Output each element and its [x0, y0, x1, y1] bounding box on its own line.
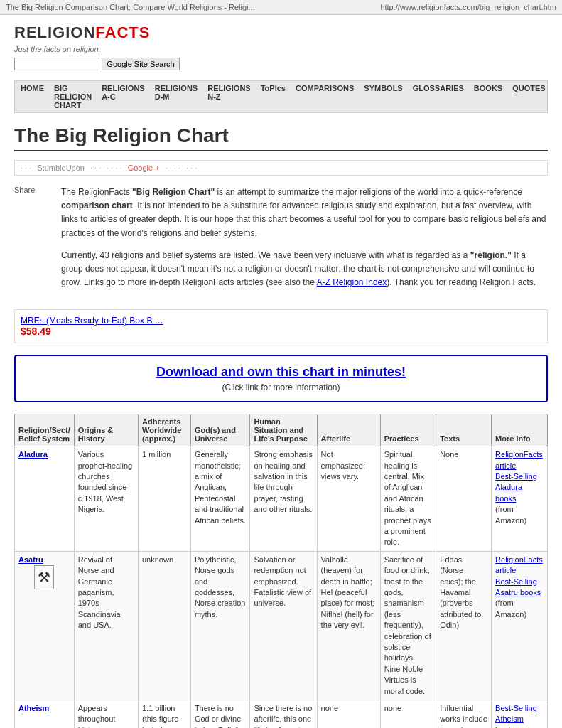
religion-chart-table: Religion/Sect/Belief System Origins &His… — [14, 414, 548, 728]
sidebar-share: Share — [14, 186, 50, 298]
aladura-practices: Spiritual healing is central. Mix of Ang… — [380, 446, 436, 552]
asatru-adherents: unknown — [139, 551, 191, 700]
asatru-books[interactable]: Best-Selling Asatru books — [495, 577, 541, 596]
aladura-more-info: ReligionFacts article Best-Selling Aladu… — [492, 446, 548, 552]
asatru-afterlife: Valhalla (heaven) for death in battle; H… — [317, 551, 380, 700]
logo-area: RELIGIONFACTS — [14, 23, 548, 42]
page-title: The Big Religion Chart — [14, 124, 548, 151]
asatru-gods: Polytheistic, Norse gods and goddesses, … — [190, 551, 250, 700]
asatru-rf-article[interactable]: ReligionFacts article — [495, 555, 543, 574]
intro-paragraph2: Currently, 43 religions and belief syste… — [61, 249, 548, 290]
share-dots4: · · · · — [166, 164, 180, 172]
main-nav: HOME BIG RELIGION CHART RELIGIONS A-C RE… — [14, 80, 548, 113]
az-religion-index-link[interactable]: A-Z Religion Index — [317, 277, 387, 287]
col-header-gods: God(s) andUniverse — [190, 414, 250, 446]
stumbleupon-button[interactable]: StumbleUpon — [37, 164, 85, 172]
atheism-books[interactable]: Best-Selling Atheism books — [495, 704, 537, 728]
intro-paragraph1: The ReligionFacts "Big Religion Chart" i… — [61, 186, 548, 240]
aladura-rf-article[interactable]: ReligionFacts article — [495, 450, 543, 469]
search-input[interactable] — [14, 58, 99, 70]
table-row: Aladura Various prophet-healing churches… — [15, 446, 548, 552]
asatru-texts: Eddas (Norse epics); the Havamal (prover… — [436, 551, 492, 700]
aladura-gods: Generally monotheistic; a mix of Anglica… — [190, 446, 250, 552]
atheism-afterlife: none — [317, 700, 380, 728]
aladura-books[interactable]: Best-Selling Aladura books — [495, 472, 537, 503]
asatru-more-info: ReligionFacts article Best-Selling Asatr… — [492, 551, 548, 700]
google-plus-button[interactable]: Google + — [128, 164, 160, 172]
atheism-link[interactable]: Atheism — [18, 704, 49, 712]
religion-name-atheism: Atheism — [15, 700, 75, 728]
nav-comparisons[interactable]: COMPARISONS — [296, 84, 354, 109]
search-box-area: Google Site Search — [14, 58, 548, 70]
browser-title: The Big Religion Comparison Chart: Compa… — [6, 3, 281, 11]
ad-box: MREs (Meals Ready-to-Eat) Box B … $58.49 — [14, 309, 548, 343]
col-header-texts: Texts — [436, 414, 492, 446]
tagline: Just the facts on religion. — [14, 45, 548, 53]
site-logo: RELIGIONFACTS — [14, 23, 150, 41]
aladura-adherents: 1 million — [139, 446, 191, 552]
social-share-row: · · · StumbleUpon · · · · · · · Google +… — [14, 160, 548, 176]
nav-religions-nz[interactable]: RELIGIONS N-Z — [207, 84, 251, 109]
share-dots3: · · · · — [107, 164, 121, 172]
asatru-amazon: (from Amazon) — [495, 599, 526, 618]
religion-name-asatru: Asatru ⚒ — [15, 551, 75, 700]
ad-price: $58.49 — [21, 326, 51, 337]
asatru-origins: Revival of Norse and Germanic paganism, … — [74, 551, 138, 700]
nav-books[interactable]: BOOKS — [474, 84, 502, 109]
aladura-texts: None — [436, 446, 492, 552]
col-header-afterlife: Afterlife — [317, 414, 380, 446]
aladura-origins: Various prophet-healing churches founded… — [74, 446, 138, 552]
share-dots5: · · · — [186, 164, 197, 172]
atheism-origins: Appears throughout history (including an… — [74, 700, 138, 728]
asatru-icon: ⚒ — [18, 565, 70, 589]
nav-topics[interactable]: ToPIcs — [261, 84, 286, 109]
table-row: Atheism Appears throughout history (incl… — [15, 700, 548, 728]
asatru-link[interactable]: Asatru — [18, 555, 43, 564]
table-row: Asatru ⚒ Revival of Norse and Germanic p… — [15, 551, 548, 700]
col-header-religion: Religion/Sect/Belief System — [15, 414, 75, 446]
share-dots: · · · — [21, 164, 31, 172]
download-banner: Download and own this chart in minutes! … — [14, 355, 548, 402]
aladura-link[interactable]: Aladura — [18, 450, 48, 459]
nav-home[interactable]: HOME — [21, 84, 44, 109]
nav-religions-dm[interactable]: RELIGIONS D-M — [155, 84, 198, 109]
atheism-more-info: Best-Selling Atheism books (from Amazon) — [492, 700, 548, 728]
logo-facts: FACTS — [95, 23, 150, 41]
religion-name-aladura: Aladura — [15, 446, 75, 552]
aladura-human: Strong emphasis on healing and salvation… — [250, 446, 317, 552]
atheism-texts: Influential works include those by Marx,… — [436, 700, 492, 728]
atheism-practices: none — [380, 700, 436, 728]
browser-chrome: The Big Religion Comparison Chart: Compa… — [0, 0, 562, 15]
ad-title-link[interactable]: MREs (Meals Ready-to-Eat) Box B … — [21, 316, 163, 326]
col-header-practices: Practices — [380, 414, 436, 446]
atheism-adherents: 1.1 billion (this figure includes agnost… — [139, 700, 191, 728]
atheism-human: Since there is no afterlife, this one li… — [250, 700, 317, 728]
logo-religion: RELIGION — [14, 23, 95, 41]
site-header: RELIGIONFACTS Just the facts on religion… — [14, 15, 548, 80]
asatru-practices: Sacrifice of food or drink, toast to the… — [380, 551, 436, 700]
col-header-origins: Origins &History — [74, 414, 138, 446]
share-label: Share — [14, 186, 35, 194]
share-dots2: · · · — [90, 164, 101, 172]
nav-big-religion-chart[interactable]: BIG RELIGION CHART — [54, 84, 92, 109]
aladura-afterlife: Not emphasized; views vary. — [317, 446, 380, 552]
main-content: The ReligionFacts "Big Religion Chart" i… — [61, 186, 548, 298]
browser-url: http://www.religionfacts.com/big_religio… — [281, 3, 557, 11]
nav-quotes[interactable]: QUOTES — [512, 84, 545, 109]
col-header-human: HumanSituation andLife's Purpose — [250, 414, 317, 446]
atheism-gods: There is no God or divine being. Beliefs… — [190, 700, 250, 728]
nav-glossaries[interactable]: GLOSSARIES — [413, 84, 464, 109]
table-header-row: Religion/Sect/Belief System Origins &His… — [15, 414, 548, 446]
search-button[interactable]: Google Site Search — [102, 58, 179, 70]
asatru-human: Salvation or redemption not emphasized. … — [250, 551, 317, 700]
content-layout: Share The ReligionFacts "Big Religion Ch… — [14, 186, 548, 298]
nav-religions-ac[interactable]: RELIGIONS A-C — [102, 84, 145, 109]
col-header-more-info: More Info — [492, 414, 548, 446]
download-heading[interactable]: Download and own this chart in minutes! — [24, 365, 538, 380]
download-subtext: (Click link for more information) — [24, 382, 538, 392]
col-header-adherents: AdherentsWorldwide(approx.) — [139, 414, 191, 446]
aladura-amazon: (from Amazon) — [495, 505, 526, 524]
nav-symbols[interactable]: SYMBOLS — [364, 84, 402, 109]
